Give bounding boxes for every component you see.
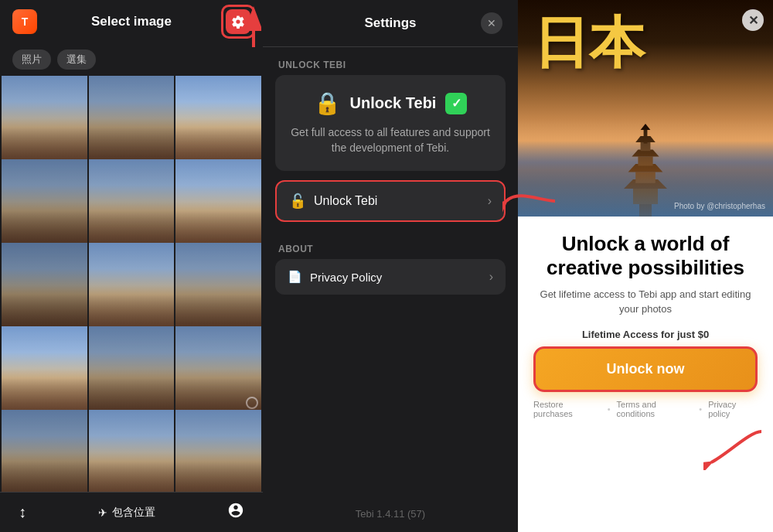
settings-panel: Settings ✕ UNLOCK TEBI 🔒 Unlock Tebi ✓ G…	[263, 0, 518, 532]
privacy-policy-row[interactable]: 📄 Privacy Policy ›	[275, 259, 506, 295]
restore-purchases-link[interactable]: Restore purchases	[533, 400, 601, 418]
unlock-subtext: Get lifetime access to Tebi app and star…	[533, 288, 758, 315]
legal-links: Restore purchases • Terms and conditions…	[533, 400, 758, 418]
list-item[interactable]	[2, 76, 87, 162]
filter-icon[interactable]	[227, 502, 244, 523]
settings-footer: Tebi 1.4.11 (57)	[263, 508, 518, 520]
tab-photos[interactable]: 照片	[12, 49, 51, 70]
unlock-card-title: Unlock Tebi	[350, 94, 437, 112]
sort-icon[interactable]: ↕	[19, 503, 26, 521]
location-icon: ✈	[98, 506, 107, 519]
location-label: 包含位置	[112, 506, 155, 520]
list-item[interactable]	[89, 76, 175, 162]
app-logo: T	[12, 9, 37, 34]
list-item[interactable]	[89, 159, 175, 245]
arrow-to-unlock-row	[502, 182, 557, 220]
privacy-chevron-icon: ›	[489, 270, 493, 284]
lifetime-label: Lifetime Access for just $0	[582, 329, 709, 340]
unlock-tebi-row[interactable]: 🔓 Unlock Tebi ›	[275, 180, 506, 222]
unlock-card-header: 🔒 Unlock Tebi ✓	[288, 90, 493, 116]
dot-separator-2: •	[699, 404, 702, 414]
settings-title: Settings	[300, 15, 481, 31]
tab-albums[interactable]: 選集	[57, 49, 96, 70]
lock-emoji: 🔒	[314, 90, 341, 116]
photo-grid	[0, 76, 263, 492]
terms-link[interactable]: Terms and conditions	[617, 400, 693, 418]
location-filter[interactable]: ✈ 包含位置	[98, 506, 155, 520]
unlock-card-description: Get full access to all features and supp…	[288, 125, 493, 155]
list-item[interactable]	[175, 243, 261, 329]
unlock-screen-panel: ✕ 日本 Photo by @christopherha	[518, 0, 773, 532]
unlock-headline: Unlock a world of creative possibilities	[533, 232, 758, 280]
list-item[interactable]	[175, 410, 261, 492]
list-item[interactable]	[175, 326, 261, 412]
privacy-icon: 📄	[288, 270, 302, 284]
unlock-now-button[interactable]: Unlock now	[533, 346, 758, 392]
privacy-label: Privacy Policy	[310, 271, 382, 284]
arrow-to-gear	[215, 5, 261, 51]
section-label-about: ABOUT	[263, 231, 518, 259]
bottom-toolbar: ↕ ✈ 包含位置	[0, 492, 263, 532]
check-badge: ✓	[445, 93, 467, 114]
list-item[interactable]	[89, 410, 175, 492]
photo-grid-panel: T Select image 照片 選集	[0, 0, 263, 532]
privacy-link[interactable]: Privacy policy	[708, 400, 758, 418]
settings-close-button[interactable]: ✕	[481, 12, 502, 34]
section-label-unlock: UNLOCK TEBI	[263, 47, 518, 75]
unlock-row-label: Unlock Tebi	[314, 194, 377, 208]
chevron-right-icon: ›	[488, 194, 492, 208]
dot-separator-1: •	[608, 404, 611, 414]
unlock-content: Unlock a world of creative possibilities…	[518, 217, 773, 532]
list-item[interactable]	[2, 326, 87, 412]
page-title: Select image	[91, 14, 172, 29]
settings-header: Settings ✕	[263, 0, 518, 47]
unlock-row-icon: 🔓	[289, 193, 306, 210]
list-item[interactable]	[2, 243, 87, 329]
list-item[interactable]	[2, 410, 87, 492]
japanese-text: 日本	[533, 15, 645, 71]
list-item[interactable]	[89, 243, 175, 329]
photographer-credit: Photo by @christopherhas	[674, 202, 765, 210]
list-item[interactable]	[175, 76, 261, 162]
unlock-screen-close-button[interactable]: ✕	[742, 9, 764, 31]
list-item[interactable]	[2, 159, 87, 245]
list-item[interactable]	[175, 159, 261, 245]
unlock-tebi-card: 🔒 Unlock Tebi ✓ Get full access to all f…	[275, 75, 506, 171]
list-item[interactable]	[89, 326, 175, 412]
